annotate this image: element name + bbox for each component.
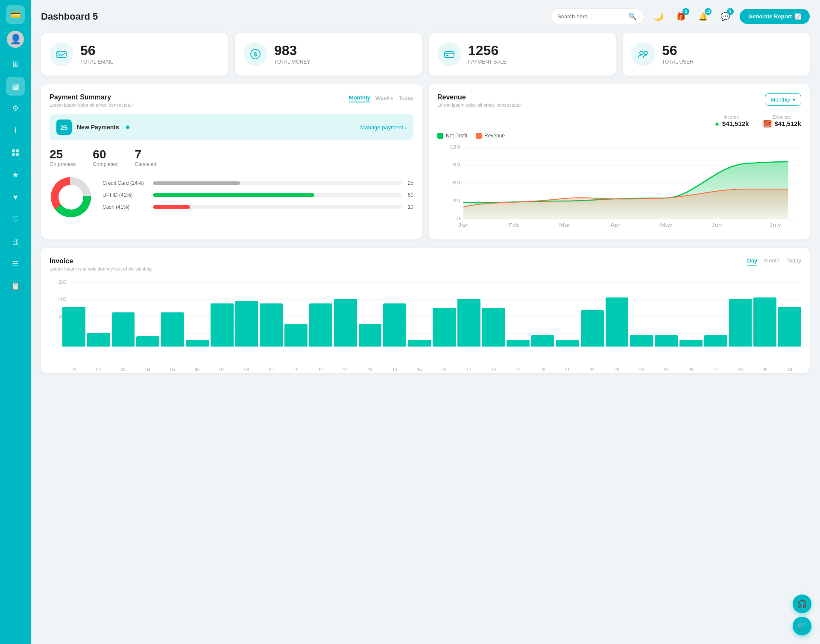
notification-button[interactable]: 🔔 12 bbox=[695, 9, 711, 24]
bar-label: 13 bbox=[359, 367, 382, 372]
sidebar-item-star[interactable]: ★ bbox=[6, 166, 25, 184]
invoice-tab-today[interactable]: Today bbox=[786, 257, 801, 266]
cash-fill bbox=[153, 205, 190, 209]
sidebar-item-analytics[interactable] bbox=[6, 143, 25, 162]
revenue-legend-icon bbox=[476, 133, 482, 139]
svg-point-16 bbox=[59, 185, 83, 209]
bar-label: 22 bbox=[581, 367, 604, 372]
generate-report-button[interactable]: Generate Report 📈 bbox=[740, 9, 810, 24]
svg-rect-8 bbox=[445, 52, 454, 58]
bar-label: 11 bbox=[309, 367, 332, 372]
cart-icon: 🛒 bbox=[797, 621, 807, 631]
bar-label: 02 bbox=[87, 367, 110, 372]
cash-value: 10 bbox=[405, 204, 413, 210]
svg-rect-3 bbox=[16, 153, 19, 156]
expense-label: Expense bbox=[762, 114, 801, 119]
manage-payment-link[interactable]: Manage payment › bbox=[360, 124, 407, 131]
bar-item bbox=[383, 303, 406, 347]
sidebar-item-info[interactable]: ℹ bbox=[6, 121, 25, 140]
svg-text:Apr: Apr bbox=[610, 223, 621, 228]
invoice-tab-day[interactable]: Day bbox=[747, 257, 757, 266]
message-button[interactable]: 💬 5 bbox=[718, 9, 733, 24]
svg-point-12 bbox=[644, 51, 647, 55]
search-box[interactable]: 🔍 bbox=[550, 9, 644, 24]
stat-card-money: $ 983 TOTAL MONEY bbox=[235, 33, 422, 76]
bar-label: 09 bbox=[260, 367, 283, 372]
bottom-grid: Payment Summary Lorem ipsum dolor sit am… bbox=[41, 84, 810, 239]
gift-badge: 2 bbox=[682, 8, 689, 15]
bar-label: 18 bbox=[482, 367, 505, 372]
payment-summary-subtitle: Lorem ipsum dolor sit amet, consectetur bbox=[50, 102, 133, 108]
revenue-panel: Revenue Lorem ipsum dolor sit amet, cons… bbox=[429, 84, 810, 239]
support-button[interactable]: 🎧 bbox=[793, 594, 811, 613]
sidebar-item-dashboard[interactable]: ▦ bbox=[6, 77, 25, 96]
revenue-monthly-dropdown[interactable]: Monthly ▾ bbox=[765, 93, 801, 106]
bar-label: 19 bbox=[507, 367, 530, 372]
invoice-subtitle: Lorem Ipsum is simply dummy text of the … bbox=[50, 266, 152, 271]
sidebar-item-heart[interactable]: ♥ bbox=[6, 188, 25, 207]
gift-button[interactable]: 🎁 2 bbox=[673, 9, 688, 24]
sidebar-item-home[interactable]: ⊞ bbox=[6, 55, 25, 73]
invoice-chart: 60 40 20 0 01020304050607080910111213141… bbox=[50, 278, 801, 364]
bar-item bbox=[778, 307, 801, 347]
svg-text:Mar: Mar bbox=[559, 223, 571, 228]
money-label: TOTAL MONEY bbox=[274, 59, 310, 65]
bar-item bbox=[309, 303, 332, 347]
svg-text:July: July bbox=[770, 223, 782, 228]
bar-label: 26 bbox=[679, 367, 703, 372]
bar-item bbox=[235, 301, 258, 347]
sidebar: 💳 👤 ⊞ ▦ ⚙ ℹ ★ ♥ ♡ 🖨 ☰ 📋 bbox=[0, 0, 31, 644]
search-input[interactable] bbox=[557, 13, 625, 20]
sidebar-item-list[interactable]: ☰ bbox=[6, 254, 25, 273]
cart-button[interactable]: 🛒 bbox=[793, 617, 811, 635]
stat-on-process: 25 On process bbox=[50, 148, 76, 167]
svg-point-11 bbox=[640, 51, 643, 55]
bar-label: 12 bbox=[334, 367, 357, 372]
invoice-tab-month[interactable]: Month bbox=[764, 257, 779, 266]
bar-label: 27 bbox=[704, 367, 727, 372]
bar-item bbox=[630, 335, 653, 347]
sidebar-item-doc[interactable]: 📋 bbox=[6, 277, 25, 295]
upi-track bbox=[153, 193, 401, 197]
upi-fill bbox=[153, 193, 314, 197]
bar-item bbox=[408, 340, 431, 347]
bar-item bbox=[482, 308, 505, 347]
revenue-title: Revenue bbox=[437, 93, 521, 101]
expense-value: $41,512k bbox=[774, 120, 801, 127]
money-icon: $ bbox=[243, 42, 267, 66]
bar-label: 14 bbox=[383, 367, 406, 372]
bar-label: 15 bbox=[408, 367, 431, 372]
svg-rect-4 bbox=[57, 51, 66, 58]
new-payments-dot bbox=[126, 125, 129, 129]
invoice-panel: Invoice Lorem Ipsum is simply dummy text… bbox=[41, 248, 810, 373]
upi-value: 60 bbox=[405, 192, 413, 198]
search-icon: 🔍 bbox=[628, 12, 637, 20]
sidebar-item-print[interactable]: 🖨 bbox=[6, 232, 25, 251]
page-title: Dashboard 5 bbox=[41, 11, 289, 22]
stat-card-payment: 1256 PAYMENT SALE bbox=[429, 33, 616, 76]
bar-item bbox=[433, 308, 456, 347]
canceled-label: Canceled bbox=[135, 161, 156, 167]
avatar[interactable]: 👤 bbox=[7, 31, 24, 48]
upi-label: UPI ID (41%) bbox=[102, 192, 149, 198]
wallet-icon: 💳 bbox=[10, 9, 21, 20]
income-arrow-icon: ▲ bbox=[714, 119, 720, 127]
new-payments-left: 25 New Payments bbox=[56, 119, 129, 135]
bar-item bbox=[679, 340, 703, 347]
payment-label: PAYMENT SALE bbox=[468, 59, 507, 65]
tab-weekly[interactable]: Weekly bbox=[375, 94, 393, 102]
bar-label: 04 bbox=[136, 367, 159, 372]
dark-mode-toggle[interactable]: 🌙 bbox=[651, 9, 666, 24]
revenue-legend-label: Revenue bbox=[484, 133, 505, 139]
sidebar-item-heart2[interactable]: ♡ bbox=[6, 210, 25, 229]
revenue-header: Revenue Lorem ipsum dolor sit amet, cons… bbox=[437, 93, 801, 108]
sidebar-logo[interactable]: 💳 bbox=[6, 5, 25, 24]
email-count: 56 bbox=[80, 44, 113, 57]
tab-monthly[interactable]: Monthly bbox=[349, 93, 370, 102]
upi-row: UPI ID (41%) 60 bbox=[102, 192, 413, 198]
sidebar-item-settings[interactable]: ⚙ bbox=[6, 99, 25, 118]
payment-icon bbox=[437, 42, 461, 66]
tab-today[interactable]: Today bbox=[398, 94, 413, 102]
bar-label: 30 bbox=[778, 367, 801, 372]
svg-text:120: 120 bbox=[449, 145, 460, 150]
